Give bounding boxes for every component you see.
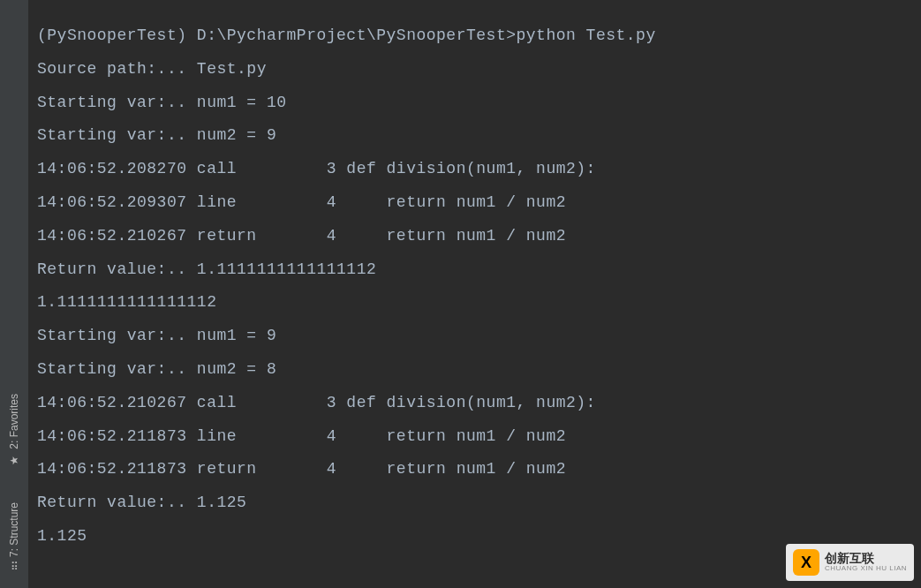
terminal-line: 14:06:52.211873 line 4 return num1 / num… — [37, 420, 912, 454]
terminal-line: Starting var:.. num1 = 10 — [37, 87, 912, 120]
terminal-line: Starting var:.. num2 = 8 — [37, 353, 912, 387]
terminal-line: 14:06:52.208270 call 3 def division(num1… — [37, 153, 912, 186]
sidebar-favorites[interactable]: ★ 2: Favorites — [8, 394, 20, 467]
watermark-sub-text: CHUANG XIN HU LIAN — [825, 565, 907, 573]
terminal-line: 14:06:52.210267 return 4 return num1 / n… — [37, 220, 912, 253]
sidebar-item-label: 2: Favorites — [8, 394, 20, 449]
star-icon: ★ — [8, 455, 20, 467]
watermark-logo-icon: X — [793, 549, 819, 576]
terminal-line: Starting var:.. num1 = 9 — [37, 320, 912, 353]
terminal-line: Return value:.. 1.1111111111111112 — [37, 253, 912, 287]
terminal-output[interactable]: (PySnooperTest) D:\PycharmProject\PySnoo… — [37, 16, 912, 579]
terminal-line: 1.1111111111111112 — [37, 286, 912, 320]
terminal-line: 1.125 — [37, 520, 912, 554]
terminal-line: (PySnooperTest) D:\PycharmProject\PySnoo… — [37, 19, 912, 53]
sidebar-structure[interactable]: ⠿ 7: Structure — [8, 502, 20, 570]
watermark-main-text: 创新互联 — [825, 552, 907, 565]
terminal-line: 14:06:52.209307 line 4 return num1 / num… — [37, 186, 912, 220]
left-tool-sidebar: ★ 2: Favorites ⠿ 7: Structure — [0, 0, 28, 588]
terminal-line: Source path:... Test.py — [37, 53, 912, 87]
terminal-line: 14:06:52.211873 return 4 return num1 / n… — [37, 453, 912, 486]
terminal-line: Return value:.. 1.125 — [37, 486, 912, 520]
watermark: X 创新互联 CHUANG XIN HU LIAN — [786, 544, 914, 581]
watermark-text: 创新互联 CHUANG XIN HU LIAN — [825, 552, 907, 573]
structure-icon: ⠿ — [11, 561, 19, 573]
sidebar-item-label: 7: Structure — [8, 502, 20, 557]
terminal-line: Starting var:.. num2 = 9 — [37, 119, 912, 153]
terminal-line: 14:06:52.210267 call 3 def division(num1… — [37, 387, 912, 420]
